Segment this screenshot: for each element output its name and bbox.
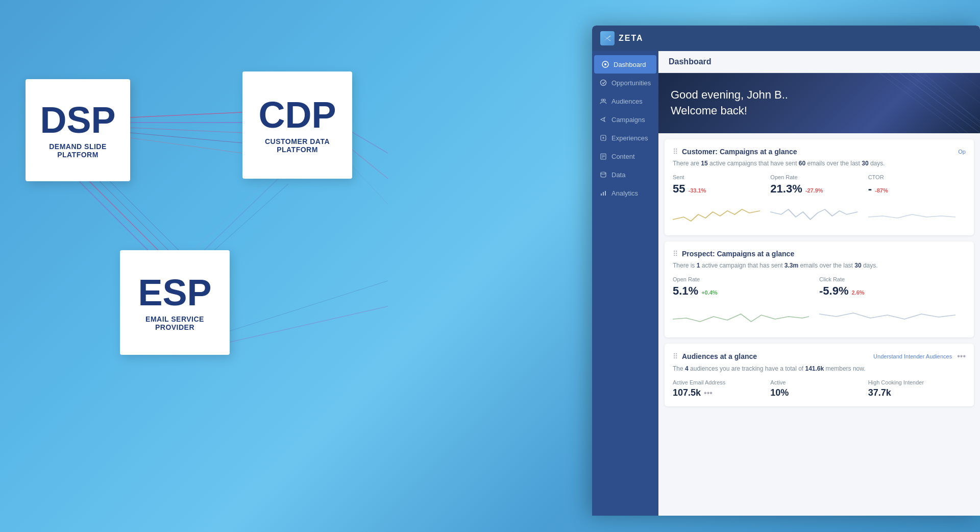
sidebar-item-experiences[interactable]: Experiences bbox=[592, 129, 658, 147]
customer-campaigns-description: There are 15 active campaigns that have … bbox=[673, 160, 966, 167]
main-header: Dashboard bbox=[658, 51, 980, 73]
sidebar-item-content[interactable]: Content bbox=[592, 147, 658, 165]
sidebar-item-audiences[interactable]: Audiences bbox=[592, 92, 658, 110]
audience-item-1: Active Email Address 107.5k ••• bbox=[673, 379, 770, 398]
audiences-title-row: ⠿ Audiences at a glance bbox=[673, 352, 757, 360]
sent-sparkline bbox=[673, 202, 760, 227]
more-options-icon[interactable]: ••• bbox=[957, 352, 966, 361]
ctor-label: CTOR bbox=[868, 174, 955, 180]
customer-campaigns-header: ⠿ Customer: Campaigns at a glance Op bbox=[673, 148, 966, 156]
audience-value-row-1: 107.5k ••• bbox=[673, 388, 770, 398]
dsp-fullname: DEMAND SLIDEPLATFORM bbox=[49, 142, 107, 159]
sidebar-label-experiences: Experiences bbox=[611, 134, 648, 142]
sent-label: Sent bbox=[673, 174, 760, 180]
audience-value-row-2: 10% bbox=[770, 388, 868, 398]
sidebar-item-dashboard[interactable]: Dashboard bbox=[594, 55, 656, 74]
svg-rect-32 bbox=[605, 191, 606, 196]
svg-line-37 bbox=[940, 73, 980, 133]
ctor-change: -87% bbox=[875, 187, 888, 194]
audiences-description: The 4 audiences you are tracking have a … bbox=[673, 365, 966, 372]
svg-line-34 bbox=[908, 73, 980, 133]
audience-value-row-3: 37.7k bbox=[868, 388, 966, 398]
svg-rect-30 bbox=[601, 194, 602, 196]
svg-rect-31 bbox=[603, 192, 604, 196]
sidebar-label-analytics: Analytics bbox=[611, 189, 638, 197]
main-content: Dashboard Good evening, John B.. Welcome… bbox=[658, 51, 980, 516]
analytics-icon bbox=[599, 189, 607, 197]
svg-point-23 bbox=[603, 99, 605, 101]
sent-value-row: 55 -33.1% bbox=[673, 182, 760, 196]
sidebar-item-opportunities[interactable]: Opportunities bbox=[592, 74, 658, 92]
esp-fullname: EMAIL SERVICEPROVIDER bbox=[145, 315, 204, 331]
sidebar: Dashboard Opportunities bbox=[592, 51, 658, 516]
sidebar-label-content: Content bbox=[611, 153, 635, 160]
prospect-open-rate-sparkline bbox=[673, 304, 809, 329]
svg-line-36 bbox=[924, 73, 980, 123]
sent-count: 60 bbox=[799, 160, 805, 167]
prospect-metrics-row: Open Rate 5.1% +0.4% Click bbox=[673, 276, 966, 329]
sidebar-label-audiences: Audiences bbox=[611, 98, 643, 105]
subtext: Welcome back! bbox=[671, 104, 747, 117]
card-action-button[interactable]: Op bbox=[958, 149, 966, 155]
svg-line-38 bbox=[960, 73, 980, 133]
sidebar-item-data[interactable]: Data bbox=[592, 165, 658, 184]
opportunities-icon bbox=[599, 79, 607, 87]
understand-audiences-link[interactable]: Understand Intender Audiences bbox=[873, 353, 952, 359]
prospect-campaigns-card: ⠿ Prospect: Campaigns at a glance There … bbox=[665, 241, 974, 337]
audience-dots-1[interactable]: ••• bbox=[704, 389, 713, 398]
svg-line-33 bbox=[900, 73, 981, 133]
prospect-open-rate-value-row: 5.1% +0.4% bbox=[673, 284, 809, 298]
customer-metrics-row: Sent 55 -33.1% Open Rate bbox=[673, 174, 966, 227]
prospect-click-rate-sparkline bbox=[819, 304, 955, 329]
content-icon bbox=[599, 152, 607, 160]
ctor-sparkline bbox=[868, 202, 955, 227]
zeta-logo-icon bbox=[600, 31, 615, 45]
open-rate-value: 21.3% bbox=[770, 182, 802, 196]
sidebar-label-dashboard: Dashboard bbox=[614, 61, 646, 68]
cdp-fullname: CUSTOMER DATAPLATFORM bbox=[265, 137, 330, 154]
prospect-title-row: ⠿ Prospect: Campaigns at a glance bbox=[673, 250, 794, 258]
prospect-open-rate-metric: Open Rate 5.1% +0.4% bbox=[673, 276, 819, 329]
sidebar-item-analytics[interactable]: Analytics bbox=[592, 184, 658, 202]
prospect-click-rate-metric: Click Rate -5.9% 2.6% bbox=[819, 276, 966, 329]
audiences-actions: Understand Intender Audiences ••• bbox=[873, 352, 966, 361]
prospect-campaigns-title: Prospect: Campaigns at a glance bbox=[682, 250, 794, 258]
total-members: 141.6k bbox=[805, 365, 824, 372]
welcome-section: Good evening, John B.. Welcome back! bbox=[658, 73, 980, 133]
prospect-open-rate-change: +0.4% bbox=[701, 289, 718, 296]
greeting-text: Good evening, John B.. bbox=[671, 88, 788, 101]
open-rate-metric: Open Rate 21.3% -27.9% bbox=[770, 174, 868, 227]
audience-label-1: Active Email Address bbox=[673, 379, 770, 385]
open-rate-label: Open Rate bbox=[770, 174, 857, 180]
audiences-grip-icon: ⠿ bbox=[673, 352, 678, 360]
prospect-campaigns-description: There is 1 active campaign that has sent… bbox=[673, 262, 966, 269]
card-title-row: ⠿ Customer: Campaigns at a glance bbox=[673, 148, 797, 156]
esp-box: ESP EMAIL SERVICEPROVIDER bbox=[120, 250, 230, 355]
prospect-campaigns-header: ⠿ Prospect: Campaigns at a glance bbox=[673, 250, 966, 258]
prospect-click-rate-value-row: -5.9% 2.6% bbox=[819, 284, 955, 298]
panel-header: ZETA bbox=[592, 26, 980, 51]
sidebar-item-campaigns[interactable]: Campaigns bbox=[592, 110, 658, 129]
prospect-grip-icon: ⠿ bbox=[673, 250, 678, 258]
platform-area: DSP DEMAND SLIDEPLATFORM CDP CUSTOMER DA… bbox=[0, 0, 388, 532]
prospect-open-rate-value: 5.1% bbox=[673, 284, 698, 298]
audience-value-3: 37.7k bbox=[868, 388, 891, 398]
prospect-sent-count: 3.3m bbox=[785, 262, 798, 269]
sidebar-label-campaigns: Campaigns bbox=[611, 116, 645, 124]
prospect-click-rate-value: -5.9% bbox=[819, 284, 848, 298]
sidebar-label-opportunities: Opportunities bbox=[611, 79, 651, 87]
audience-count: 4 bbox=[685, 365, 689, 372]
campaigns-icon bbox=[599, 115, 607, 124]
open-rate-change: -27.9% bbox=[805, 187, 823, 194]
welcome-banner: Good evening, John B.. Welcome back! bbox=[658, 73, 980, 133]
audience-value-1: 107.5k bbox=[673, 388, 701, 398]
customer-campaigns-card: ⠿ Customer: Campaigns at a glance Op The… bbox=[665, 139, 974, 235]
active-count: 15 bbox=[701, 160, 707, 167]
open-rate-sparkline bbox=[770, 202, 857, 227]
prospect-active-count: 1 bbox=[697, 262, 700, 269]
cdp-acronym: CDP bbox=[258, 96, 336, 133]
audience-value-2: 10% bbox=[770, 388, 789, 398]
audiences-icon bbox=[599, 97, 607, 105]
page-title: Dashboard bbox=[669, 57, 712, 66]
esp-acronym: ESP bbox=[138, 274, 211, 311]
